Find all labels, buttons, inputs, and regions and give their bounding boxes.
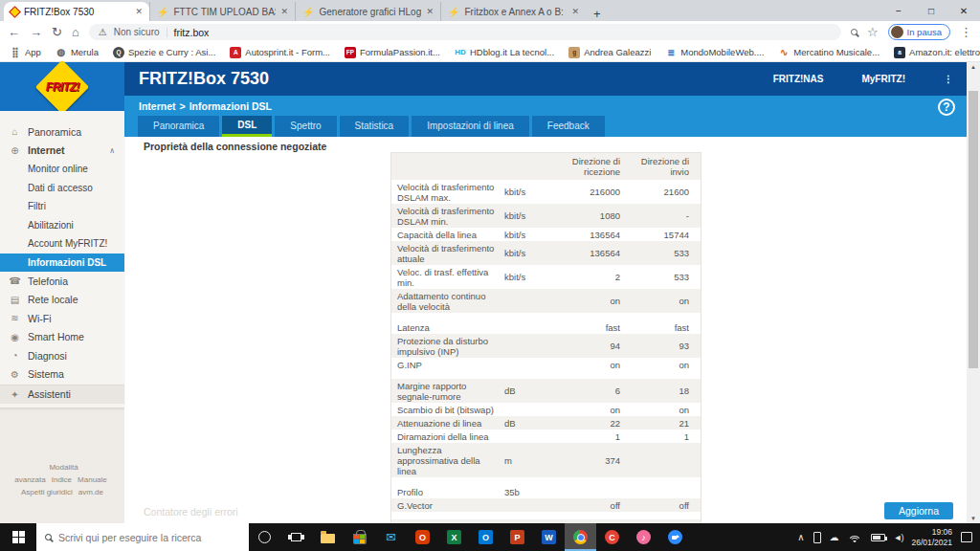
itunes-button[interactable]: ♪ — [628, 523, 659, 551]
fritznas-link[interactable]: FRITZ!NAS — [773, 74, 824, 84]
mail-button[interactable]: ♪✉ — [375, 523, 407, 551]
sidebar-item-wifi[interactable]: ≋Wi-Fi — [0, 309, 124, 328]
browser-menu-icon[interactable]: ⋮ — [960, 26, 972, 38]
maximize-button[interactable]: □ — [915, 6, 947, 16]
breadcrumb-section[interactable]: Internet — [139, 100, 176, 112]
bookmark-apps[interactable]: ⣿App — [10, 47, 41, 58]
file-explorer-button[interactable] — [312, 523, 344, 551]
bookmark-merula[interactable]: ◍Merula — [56, 47, 99, 58]
sidebar-item-assistenti[interactable]: ✦Assistenti — [0, 385, 124, 404]
onedrive-cloud-icon[interactable]: ☁ — [830, 533, 839, 542]
vertical-scrollbar[interactable]: ▲ ▼ — [967, 62, 980, 523]
taskbar-search-input[interactable] — [58, 532, 221, 543]
sidebar-item-informazioni-dsl[interactable]: Informazioni DSL — [0, 253, 124, 273]
reload-icon[interactable]: ↻ — [52, 26, 62, 38]
bookmark-hdblog[interactable]: HDHDblog.it La tecnol... — [455, 47, 554, 58]
back-icon[interactable]: ← — [8, 26, 20, 38]
your-phone-icon[interactable] — [813, 532, 821, 543]
sidebar-item-telefonia[interactable]: ☎Telefonia — [0, 272, 124, 291]
myfritz-link[interactable]: MyFRITZ! — [861, 74, 905, 84]
close-button[interactable]: ✕ — [947, 6, 980, 16]
sidebar-item-sistema[interactable]: ⚙Sistema — [0, 365, 124, 385]
office-button[interactable]: O — [407, 523, 438, 551]
fritz-logo[interactable]: FRITZ! — [0, 62, 124, 111]
browser-tab-annex[interactable]: ⚡ Fritzbox e Annex A o B: che diffe ✕ — [440, 2, 586, 21]
outlook-button[interactable]: O — [470, 523, 501, 551]
security-label[interactable]: Non sicuro — [114, 27, 160, 37]
bookmark-galeazzi[interactable]: gAndrea Galeazzi — [568, 47, 651, 58]
tab-dsl[interactable]: DSL — [222, 116, 272, 137]
ms-store-button[interactable] — [344, 523, 375, 551]
sidebar-item-abilitazioni[interactable]: Abilitazioni — [0, 216, 124, 235]
home-icon[interactable]: ⌂ — [72, 26, 79, 38]
search-icon[interactable] — [851, 29, 858, 35]
excel-button[interactable]: X — [438, 523, 470, 551]
bookmark-autosprint[interactable]: AAutosprint.it - Form... — [230, 47, 330, 58]
scroll-up-icon[interactable]: ▲ — [967, 64, 980, 70]
speaker-icon[interactable]: ◄) — [894, 533, 903, 542]
taskbar-search[interactable] — [36, 523, 249, 551]
tab-close-icon[interactable]: ✕ — [571, 7, 579, 16]
row-tx: 93 — [626, 341, 695, 351]
sidebar-item-account-myfritz[interactable]: Account MyFRITZ! — [0, 234, 124, 253]
forward-icon[interactable]: → — [30, 26, 42, 38]
tab-close-icon[interactable]: ✕ — [426, 7, 434, 16]
word-button[interactable]: W — [533, 523, 565, 551]
tab-panoramica[interactable]: Panoramica — [138, 116, 219, 137]
bookmark-mondomobile[interactable]: ≣MondoMobileWeb.... — [665, 47, 764, 58]
sidebar-item-diagnosi[interactable]: ◔Diagnosi — [0, 346, 124, 365]
cortana-button[interactable] — [249, 523, 280, 551]
browser-tab-fritzbox[interactable]: FRITZ!Box 7530 ✕ — [4, 2, 149, 21]
row-label: Lunghezza approssimativa della linea — [391, 445, 504, 476]
sidebar-item-filtri[interactable]: Filtri — [0, 197, 124, 216]
sidebar-item-panoramica[interactable]: ⌂Panoramica — [0, 122, 124, 142]
tab-close-icon[interactable]: ✕ — [280, 7, 288, 16]
browser-tab-fttc[interactable]: ⚡ FTTC TIM UPLOAD BASSO - Fibra ✕ — [149, 2, 295, 21]
browser-tab-generatore[interactable]: ⚡ Generatore grafici HLog/QLN - F ✕ — [295, 2, 440, 21]
start-button[interactable] — [0, 531, 36, 543]
index-link[interactable]: Indice — [52, 475, 72, 484]
sidebar-item-monitor-online[interactable]: Monitor online — [0, 160, 124, 179]
help-icon[interactable]: ? — [938, 99, 955, 116]
chrome-button[interactable] — [565, 523, 596, 551]
sidebar-item-smart-home[interactable]: ◉Smart Home — [0, 328, 124, 347]
minimize-button[interactable]: − — [882, 6, 915, 16]
task-view-button[interactable] — [280, 523, 312, 551]
error-counter-link[interactable]: Contatore degli errori — [144, 506, 238, 518]
profile-chip[interactable]: In pausa — [888, 24, 950, 40]
tray-chevron-up-icon[interactable]: ∧ — [797, 533, 804, 542]
taskbar-clock[interactable]: 19:06 26/01/2021 — [911, 527, 952, 548]
bookmark-formulapassion[interactable]: FPFormulaPassion.it... — [345, 47, 440, 58]
scroll-down-icon[interactable]: ▼ — [967, 516, 980, 521]
tab-statistica[interactable]: Statistica — [340, 116, 410, 137]
bookmark-spezie[interactable]: QSpezie e Curry : Asi... — [113, 47, 215, 58]
row-tx: off — [626, 500, 695, 511]
battery-icon[interactable] — [871, 534, 885, 541]
scrollbar-thumb[interactable] — [969, 91, 978, 368]
ccleaner-button[interactable]: C — [596, 523, 628, 551]
tab-spettro[interactable]: Spettro — [275, 116, 336, 137]
tab-close-icon[interactable]: ✕ — [135, 7, 143, 16]
bookmark-mercatino[interactable]: ∿Mercatino Musicale... — [778, 47, 880, 58]
header-menu-icon[interactable]: ⋮ — [944, 74, 953, 84]
wifi-status-icon[interactable] — [848, 532, 862, 542]
bookmark-amazon[interactable]: aAmazon.it: elettroni... — [894, 47, 980, 58]
manual-link[interactable]: Manuale — [78, 475, 107, 484]
row-label: Capacità della linea — [391, 230, 504, 240]
avm-link[interactable]: avm.de — [78, 488, 103, 496]
sidebar-item-dati-di-accesso[interactable]: Dati di accesso — [0, 179, 124, 198]
powerpoint-button[interactable]: P — [501, 523, 533, 551]
bookmark-star-icon[interactable]: ☆ — [867, 26, 879, 38]
action-center-icon[interactable] — [961, 532, 972, 542]
row-rx: on — [545, 405, 626, 415]
address-bar[interactable]: ⚠ Non sicuro fritz.box — [89, 24, 841, 40]
tab-feedback[interactable]: Feedback — [532, 116, 605, 137]
new-tab-button[interactable]: + — [593, 7, 601, 21]
refresh-button[interactable]: Aggiorna — [884, 502, 953, 519]
tab-impostazioni-linea[interactable]: Impostazioni di linea — [412, 116, 529, 137]
zoom-app-button[interactable] — [659, 523, 691, 551]
sidebar-item-internet[interactable]: ⊕Internet∧ — [0, 142, 124, 161]
url-text[interactable]: fritz.box — [174, 27, 210, 38]
legal-link[interactable]: Aspetti giuridici — [21, 488, 73, 496]
sidebar-item-rete-locale[interactable]: ▤Rete locale — [0, 291, 124, 310]
